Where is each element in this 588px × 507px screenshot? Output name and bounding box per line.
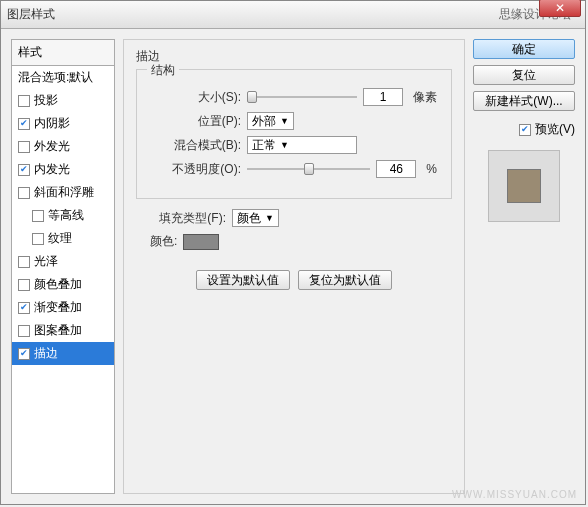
position-select[interactable]: 外部 ▼ — [247, 112, 294, 130]
style-checkbox[interactable] — [18, 256, 30, 268]
ok-button[interactable]: 确定 — [473, 39, 575, 59]
style-item-label: 光泽 — [34, 253, 58, 270]
opacity-input[interactable] — [376, 160, 416, 178]
preview-box — [488, 150, 560, 222]
style-checkbox[interactable] — [18, 302, 30, 314]
style-item-inner-glow[interactable]: 内发光 — [12, 158, 114, 181]
structure-group: 结构 大小(S): 像素 位置(P): 外部 ▼ — [136, 69, 452, 199]
opacity-unit: % — [426, 162, 437, 176]
opacity-label: 不透明度(O): — [151, 161, 241, 178]
blend-mode-label: 混合模式(B): — [151, 137, 241, 154]
style-item-label: 图案叠加 — [34, 322, 82, 339]
dialog-body: 样式 混合选项:默认 投影内阴影外发光内发光斜面和浮雕等高线纹理光泽颜色叠加渐变… — [1, 29, 585, 504]
filltype-select[interactable]: 颜色 ▼ — [232, 209, 279, 227]
settings-panel: 描边 结构 大小(S): 像素 位置(P): 外部 ▼ — [123, 39, 465, 494]
titlebar: 图层样式 思缘设计论坛 ✕ — [1, 1, 585, 29]
color-label: 颜色: — [150, 233, 177, 250]
size-slider[interactable] — [247, 89, 357, 105]
preview-toggle-row: 预览(V) — [473, 121, 575, 138]
style-checkbox[interactable] — [18, 348, 30, 360]
reset-button[interactable]: 复位 — [473, 65, 575, 85]
filltype-label: 填充类型(F): — [136, 210, 226, 227]
style-item-drop-shadow[interactable]: 投影 — [12, 89, 114, 112]
styles-list-panel: 样式 混合选项:默认 投影内阴影外发光内发光斜面和浮雕等高线纹理光泽颜色叠加渐变… — [11, 39, 115, 494]
set-default-button[interactable]: 设置为默认值 — [196, 270, 290, 290]
close-icon: ✕ — [555, 1, 565, 15]
style-item-label: 渐变叠加 — [34, 299, 82, 316]
slider-thumb[interactable] — [304, 163, 314, 175]
position-label: 位置(P): — [151, 113, 241, 130]
color-row: 颜色: — [136, 233, 452, 250]
opacity-row: 不透明度(O): % — [151, 160, 437, 178]
size-label: 大小(S): — [151, 89, 241, 106]
style-item-label: 纹理 — [48, 230, 72, 247]
style-item-pattern-overlay[interactable]: 图案叠加 — [12, 319, 114, 342]
style-checkbox[interactable] — [18, 95, 30, 107]
style-checkbox[interactable] — [18, 164, 30, 176]
style-checkbox[interactable] — [18, 118, 30, 130]
style-item-label: 颜色叠加 — [34, 276, 82, 293]
style-checkbox[interactable] — [32, 233, 44, 245]
preview-checkbox[interactable] — [519, 124, 531, 136]
slider-track — [247, 96, 357, 98]
preview-label: 预览(V) — [535, 121, 575, 138]
style-item-gradient-overlay[interactable]: 渐变叠加 — [12, 296, 114, 319]
panel-title: 描边 — [136, 48, 452, 65]
chevron-down-icon: ▼ — [280, 140, 289, 150]
style-checkbox[interactable] — [32, 210, 44, 222]
new-style-button[interactable]: 新建样式(W)... — [473, 91, 575, 111]
filltype-row: 填充类型(F): 颜色 ▼ — [136, 209, 452, 227]
window-title: 图层样式 — [7, 6, 499, 23]
style-item-outer-glow[interactable]: 外发光 — [12, 135, 114, 158]
defaults-row: 设置为默认值 复位为默认值 — [136, 270, 452, 290]
preview-swatch — [507, 169, 541, 203]
style-item-texture[interactable]: 纹理 — [12, 227, 114, 250]
blend-mode-row: 混合模式(B): 正常 ▼ — [151, 136, 437, 154]
style-item-label: 内发光 — [34, 161, 70, 178]
style-checkbox[interactable] — [18, 141, 30, 153]
styles-header: 样式 — [12, 40, 114, 66]
style-item-label: 斜面和浮雕 — [34, 184, 94, 201]
style-checkbox[interactable] — [18, 187, 30, 199]
style-item-satin[interactable]: 光泽 — [12, 250, 114, 273]
filltype-value: 颜色 — [237, 210, 261, 227]
style-item-label: 内阴影 — [34, 115, 70, 132]
style-item-stroke[interactable]: 描边 — [12, 342, 114, 365]
style-checkbox[interactable] — [18, 279, 30, 291]
style-item-label: 描边 — [34, 345, 58, 362]
style-item-label: 等高线 — [48, 207, 84, 224]
blending-options-default[interactable]: 混合选项:默认 — [12, 66, 114, 89]
layer-style-dialog: 图层样式 思缘设计论坛 ✕ 样式 混合选项:默认 投影内阴影外发光内发光斜面和浮… — [0, 0, 586, 505]
style-item-label: 外发光 — [34, 138, 70, 155]
blend-mode-value: 正常 — [252, 137, 276, 154]
action-panel: 确定 复位 新建样式(W)... 预览(V) — [473, 39, 575, 494]
position-value: 外部 — [252, 113, 276, 130]
style-checkbox[interactable] — [18, 325, 30, 337]
chevron-down-icon: ▼ — [265, 213, 274, 223]
style-item-bevel[interactable]: 斜面和浮雕 — [12, 181, 114, 204]
blend-mode-select[interactable]: 正常 ▼ — [247, 136, 357, 154]
position-row: 位置(P): 外部 ▼ — [151, 112, 437, 130]
size-input[interactable] — [363, 88, 403, 106]
opacity-slider[interactable] — [247, 161, 370, 177]
size-row: 大小(S): 像素 — [151, 88, 437, 106]
size-unit: 像素 — [413, 89, 437, 106]
chevron-down-icon: ▼ — [280, 116, 289, 126]
style-item-color-overlay[interactable]: 颜色叠加 — [12, 273, 114, 296]
slider-thumb[interactable] — [247, 91, 257, 103]
style-item-contour[interactable]: 等高线 — [12, 204, 114, 227]
style-item-label: 投影 — [34, 92, 58, 109]
reset-default-button[interactable]: 复位为默认值 — [298, 270, 392, 290]
close-button[interactable]: ✕ — [539, 0, 581, 17]
style-item-inner-shadow[interactable]: 内阴影 — [12, 112, 114, 135]
color-swatch[interactable] — [183, 234, 219, 250]
structure-legend: 结构 — [147, 62, 179, 79]
